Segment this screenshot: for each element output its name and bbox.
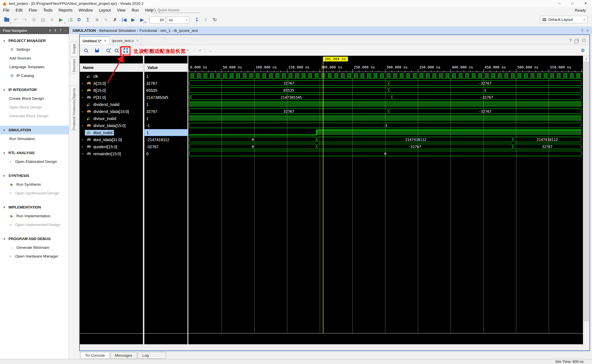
sidebar-item-open-elaborated-design[interactable]: >Open Elaborated Design <box>0 157 69 166</box>
signal-row-dout_tdata[interactable]: >dout_tdata[31:0] <box>80 136 143 143</box>
signal-value-B[interactable]: 65535 <box>144 87 187 94</box>
signal-value-quotient[interactable]: -32767 <box>144 143 187 150</box>
menu-view[interactable]: View <box>114 7 129 14</box>
expand-icon[interactable]: > <box>80 89 85 92</box>
close-context-icon[interactable]: × <box>586 28 589 33</box>
flow-section-simulation[interactable]: ∨SIMULATION <box>0 126 69 134</box>
flow-section-synthesis[interactable]: ∨SYNTHESIS <box>0 171 69 180</box>
signal-value-dividend_tdata[interactable]: 32767 <box>144 108 187 115</box>
tab-tcl-console[interactable]: Tcl Console <box>80 352 110 359</box>
value-column-header[interactable]: Value <box>144 63 187 72</box>
scroll-up-icon[interactable]: ∧ <box>583 56 589 61</box>
sidebar-item-run-implementation[interactable]: ▶Run Implementation <box>0 212 69 220</box>
zoom-in-button[interactable]: + <box>104 46 112 54</box>
breakpoint-button[interactable]: ✖ <box>92 16 101 24</box>
sidebar-item-add-sources[interactable]: Add Sources <box>0 54 69 63</box>
previous-transition-button[interactable]: ◀ <box>156 46 164 54</box>
close-tab-icon[interactable]: × <box>104 39 106 43</box>
flow-section-ip-integrator[interactable]: ∨IP INTEGRATOR <box>0 85 69 94</box>
flow-section-implementation[interactable]: ∨IMPLEMENTATION <box>0 203 69 212</box>
flow-section-rtl-analysis[interactable]: ∨RTL ANALYSIS <box>0 148 69 157</box>
minimize-button[interactable]: ─ <box>553 0 566 7</box>
tab-ipcore_testv[interactable]: ipcore_test.v× <box>109 36 142 45</box>
side-tab-sources[interactable]: Sources <box>70 57 78 74</box>
step-button[interactable]: ↧ <box>192 16 201 24</box>
menu-edit[interactable]: Edit <box>13 7 26 14</box>
signal-row-dividend_tvalid[interactable]: dividend_tvalid <box>80 101 143 108</box>
pause-button[interactable]: ‖ <box>201 16 210 24</box>
previous-marker-button[interactable]: ⇤ <box>184 46 192 54</box>
menu-layout[interactable]: Layout <box>96 7 114 14</box>
add-marker-button[interactable]: +Γ <box>173 46 181 54</box>
copy-button[interactable]: ⧉ <box>29 16 38 24</box>
clear-button[interactable]: ✗ <box>111 16 120 24</box>
erase-button[interactable]: ✎ <box>101 16 111 24</box>
redo-button[interactable]: ↷ <box>20 16 29 24</box>
vertical-scrollbar[interactable]: ∧ <box>583 56 589 344</box>
go-to-time-zero-button[interactable]: |◀ <box>140 46 147 54</box>
signal-row-remainder[interactable]: >remainder[15:0] <box>80 150 143 157</box>
flow-section-program-and-debug[interactable]: ∨PROGRAM AND DEBUG <box>0 234 69 243</box>
signal-row-B[interactable]: >B[15:0] <box>80 87 143 94</box>
next-marker-button[interactable]: ⇥ <box>195 46 203 54</box>
generate-bitstream-button[interactable]: ↓0110 <box>65 16 74 24</box>
expand-icon[interactable]: > <box>80 145 85 148</box>
flow-section-project-manager[interactable]: ∨PROJECT MANAGER <box>0 36 69 45</box>
side-tab-protocol-instances[interactable]: Protocol Instances <box>70 99 78 131</box>
menu-window[interactable]: Window <box>76 7 96 14</box>
sidebar-item-open-hardware-manager[interactable]: >Open Hardware Manager <box>0 252 69 261</box>
quick-access-input[interactable] <box>157 8 196 12</box>
run-all-button[interactable]: ▶ <box>129 16 138 24</box>
next-transition-button[interactable]: ▶ <box>165 46 173 54</box>
time-unit-select[interactable]: us ∨ <box>167 17 189 23</box>
sidebar-item-open-implemented-design[interactable]: >Open Implemented Design <box>0 220 69 229</box>
sidebar-item-settings[interactable]: ⚙Settings <box>0 45 69 54</box>
close-tab-icon[interactable]: × <box>136 39 138 43</box>
signal-value-dividend_tvalid[interactable]: 1 <box>144 101 187 108</box>
run-for-time-button[interactable]: ▶(T) <box>138 16 147 24</box>
signal-value-remainder[interactable]: 0 <box>144 150 187 157</box>
signal-row-divisor_tvalid[interactable]: divisor_tvalid <box>80 115 143 122</box>
signal-value-clk[interactable]: 1 <box>144 73 187 80</box>
sidebar-item-generate-bitstream[interactable]: ↓Generate Bitstream <box>0 243 69 252</box>
zoom-to-cursor-button[interactable]: ➜ <box>131 46 139 54</box>
zoom-fit-button[interactable] <box>122 46 130 54</box>
sidebar-item-open-synthesized-design[interactable]: >Open Synthesized Design <box>0 189 69 197</box>
paste-button[interactable]: ▤ <box>38 16 47 24</box>
expand-all-icon[interactable]: ⇕ <box>54 28 57 32</box>
signal-value-A[interactable]: 32767 <box>144 80 187 87</box>
minimize-panel-icon[interactable]: − <box>64 28 66 32</box>
expand-icon[interactable]: > <box>80 96 85 99</box>
sidebar-item-ip-catalog[interactable]: ⊞IP Catalog <box>0 71 69 80</box>
go-to-time-end-button[interactable]: ▶| <box>148 46 156 54</box>
tab-messages[interactable]: Messages <box>110 352 137 359</box>
close-button[interactable]: ✕ <box>579 0 592 7</box>
swap-cursors-button[interactable]: ↔ <box>206 46 214 54</box>
name-column-header[interactable]: Name <box>80 63 143 72</box>
signal-row-P[interactable]: >P[31:0] <box>80 94 143 101</box>
menu-file[interactable]: File <box>0 7 13 14</box>
signal-value-divisor_tvalid[interactable]: 1 <box>144 115 187 122</box>
run-button[interactable]: ▶▾ <box>56 16 65 24</box>
signal-row-A[interactable]: >A[15:0] <box>80 80 143 87</box>
signal-row-quotient[interactable]: >quotient[15:0] <box>80 143 143 150</box>
maximize-panel-icon[interactable] <box>582 39 586 42</box>
help-icon[interactable]: ? <box>59 28 61 32</box>
expand-icon[interactable]: > <box>80 82 85 85</box>
signal-row-dividend_tdata[interactable]: >dividend_tdata[15:0] <box>80 108 143 115</box>
help-icon[interactable]: ? <box>581 28 583 33</box>
menu-run[interactable]: Run <box>129 7 142 14</box>
vertical-scroll-thumb[interactable] <box>584 62 589 321</box>
collapse-all-icon[interactable]: ≡ <box>49 28 51 32</box>
restart-simulation-button[interactable]: |◀ <box>120 16 129 24</box>
menu-flow[interactable]: Flow <box>26 7 40 14</box>
simulation-time-input[interactable] <box>149 17 166 23</box>
maximize-button[interactable]: □ <box>566 0 579 7</box>
side-tab-scope[interactable]: Scope <box>70 42 78 56</box>
signal-value-dout_tvalid[interactable]: 1 <box>144 129 187 136</box>
expand-icon[interactable]: > <box>80 152 85 156</box>
report-button[interactable]: Σ <box>83 16 92 24</box>
settings-button[interactable]: ⚙ <box>74 16 83 24</box>
signal-value-P[interactable]: 2147385345 <box>144 94 187 101</box>
wave-settings-button[interactable]: ⚙ <box>579 46 587 54</box>
